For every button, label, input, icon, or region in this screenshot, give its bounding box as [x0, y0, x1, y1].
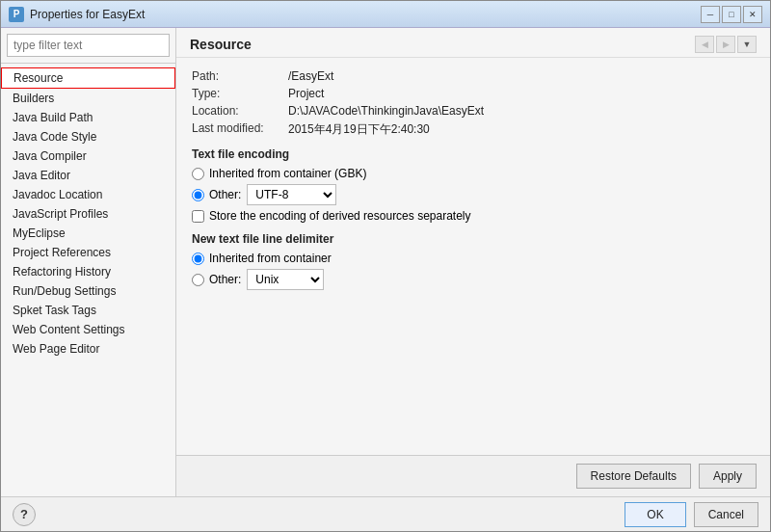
store-encoding-checkbox[interactable]	[192, 210, 204, 223]
last-modified-value: 2015年4月19日下午2:40:30	[288, 121, 430, 138]
panel-nav-buttons: ◀ ▶ ▼	[695, 36, 757, 53]
close-button[interactable]: ✕	[743, 6, 762, 23]
window-icon: P	[9, 7, 24, 22]
store-encoding-checkbox-label: Store the encoding of derived resources …	[209, 209, 471, 223]
right-panel: Resource ◀ ▶ ▼ Path: /EasyExt Type	[176, 28, 770, 496]
main-content: ResourceBuildersJava Build PathJava Code…	[1, 28, 770, 496]
sidebar-item-resource[interactable]: Resource	[1, 67, 175, 89]
sidebar-item-javadoc-location[interactable]: Javadoc Location	[1, 185, 175, 204]
sidebar-item-java-editor[interactable]: Java Editor	[1, 166, 175, 185]
other-encoding-radio[interactable]	[192, 189, 204, 201]
panel-header: Resource ◀ ▶ ▼	[176, 28, 770, 58]
inherited-encoding-radio[interactable]	[192, 168, 204, 180]
title-bar: P Properties for EasyExt ─ □ ✕	[1, 1, 770, 28]
main-window: P Properties for EasyExt ─ □ ✕ ResourceB…	[0, 0, 771, 532]
other-encoding-row: Other: UTF-8GBKISO-8859-1US-ASCII	[192, 184, 755, 205]
minimize-button[interactable]: ─	[701, 6, 720, 23]
filter-input[interactable]	[7, 34, 170, 57]
inherited-encoding-label: Inherited from container (GBK)	[209, 167, 366, 180]
sidebar-item-javascript-profiles[interactable]: JavaScript Profiles	[1, 204, 175, 224]
cancel-button[interactable]: Cancel	[694, 502, 758, 527]
location-label: Location:	[192, 104, 288, 118]
sidebar-item-refactoring-history[interactable]: Refactoring History	[1, 262, 175, 281]
panel-title: Resource	[190, 37, 252, 52]
action-bar: Restore Defaults Apply	[176, 455, 770, 496]
line-delimiter-title: New text file line delimiter	[192, 232, 755, 246]
encoding-select[interactable]: UTF-8GBKISO-8859-1US-ASCII	[247, 184, 336, 205]
sidebar-item-spket-task-tags[interactable]: Spket Task Tags	[1, 301, 175, 320]
sidebar-item-project-references[interactable]: Project References	[1, 243, 175, 262]
inherited-delimiter-label: Inherited from container	[209, 252, 332, 265]
restore-defaults-button[interactable]: Restore Defaults	[576, 464, 691, 489]
footer-bar: ? OK Cancel	[1, 496, 770, 531]
bottom-bar-right: Restore Defaults Apply	[576, 464, 757, 489]
last-modified-row: Last modified: 2015年4月19日下午2:40:30	[192, 121, 755, 138]
nav-forward-button[interactable]: ▶	[716, 36, 735, 53]
sidebar-item-web-content-settings[interactable]: Web Content Settings	[1, 320, 175, 339]
panel-body: Path: /EasyExt Type: Project Location: D…	[176, 58, 770, 455]
delimiter-select[interactable]: UnixWindowsMac	[247, 269, 324, 290]
title-bar-buttons: ─ □ ✕	[701, 6, 762, 23]
type-row: Type: Project	[192, 87, 755, 100]
path-value: /EasyExt	[288, 69, 333, 83]
nav-menu-button[interactable]: ▼	[737, 36, 757, 53]
apply-button[interactable]: Apply	[699, 464, 757, 489]
inherited-delimiter-radio[interactable]	[192, 253, 204, 265]
sidebar-item-java-compiler[interactable]: Java Compiler	[1, 146, 175, 166]
right-panel-area: Resource ◀ ▶ ▼ Path: /EasyExt Type	[176, 28, 770, 496]
sidebar-item-web-page-editor[interactable]: Web Page Editor	[1, 339, 175, 359]
sidebar: ResourceBuildersJava Build PathJava Code…	[1, 28, 176, 496]
ok-button[interactable]: OK	[625, 502, 685, 527]
sidebar-item-builders[interactable]: Builders	[1, 89, 175, 108]
location-row: Location: D:\JAVACode\ThinkinginJava\Eas…	[192, 104, 755, 118]
location-value: D:\JAVACode\ThinkinginJava\EasyExt	[288, 104, 484, 118]
filter-input-wrap	[1, 28, 175, 64]
other-encoding-label: Other:	[209, 188, 241, 201]
text-encoding-title: Text file encoding	[192, 147, 755, 161]
path-row: Path: /EasyExt	[192, 69, 755, 83]
nav-list: ResourceBuildersJava Build PathJava Code…	[1, 64, 175, 496]
window-title: Properties for EasyExt	[30, 8, 701, 21]
store-encoding-row: Store the encoding of derived resources …	[192, 209, 755, 223]
other-delimiter-label: Other:	[209, 273, 241, 286]
type-label: Type:	[192, 87, 288, 100]
footer-buttons: OK Cancel	[625, 502, 758, 527]
sidebar-item-java-build-path[interactable]: Java Build Path	[1, 108, 175, 127]
last-modified-label: Last modified:	[192, 121, 288, 138]
inherited-encoding-row: Inherited from container (GBK)	[192, 167, 755, 180]
sidebar-item-myeclipse[interactable]: MyEclipse	[1, 224, 175, 243]
other-delimiter-row: Other: UnixWindowsMac	[192, 269, 755, 290]
sidebar-item-run-debug-settings[interactable]: Run/Debug Settings	[1, 281, 175, 301]
maximize-button[interactable]: □	[722, 6, 741, 23]
help-button[interactable]: ?	[13, 503, 36, 526]
nav-back-button[interactable]: ◀	[695, 36, 714, 53]
inherited-delimiter-row: Inherited from container	[192, 252, 755, 265]
sidebar-item-java-code-style[interactable]: Java Code Style	[1, 127, 175, 146]
path-label: Path:	[192, 69, 288, 83]
type-value: Project	[288, 87, 324, 100]
other-delimiter-radio[interactable]	[192, 274, 204, 286]
